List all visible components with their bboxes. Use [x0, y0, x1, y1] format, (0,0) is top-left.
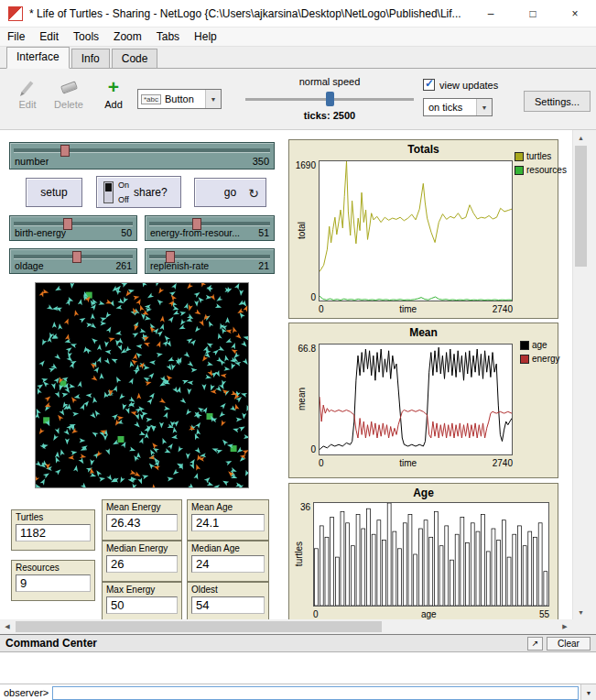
- turtle: [97, 344, 103, 350]
- go-button[interactable]: go ↻: [194, 178, 266, 207]
- scroll-up-arrow[interactable]: ▲: [573, 130, 589, 145]
- view-updates-checkbox[interactable]: ✓ view updates: [423, 79, 498, 91]
- turtle: [207, 481, 214, 487]
- turtle: [40, 339, 47, 346]
- plot-series-turtles: [320, 161, 512, 272]
- slider-energy-from-resource[interactable]: energy-from-resour... 51: [145, 215, 275, 241]
- menu-item-tabs[interactable]: Tabs: [149, 27, 187, 46]
- slider-birth-energy[interactable]: birth-energy 50: [9, 215, 137, 241]
- turtle: [225, 328, 232, 334]
- switch-track[interactable]: [103, 181, 114, 203]
- slider-handle[interactable]: [72, 251, 81, 263]
- turtle: [159, 422, 164, 429]
- update-mode-dropdown[interactable]: on ticks ▼: [423, 98, 493, 116]
- view-updates-label: view updates: [439, 80, 498, 91]
- turtle: [163, 411, 169, 419]
- histogram-bar: [367, 509, 371, 606]
- menu-item-edit[interactable]: Edit: [32, 27, 66, 46]
- scroll-down-arrow[interactable]: ▼: [573, 605, 589, 619]
- switch-knob[interactable]: [105, 183, 112, 191]
- legend-item-energy: energy: [520, 354, 560, 364]
- turtle: [146, 293, 154, 301]
- settings-button[interactable]: Settings...: [524, 91, 591, 112]
- x-axis-label: time: [399, 304, 417, 314]
- turtle: [234, 283, 242, 290]
- turtle: [56, 413, 63, 421]
- slider-oldage[interactable]: oldage 261: [9, 248, 137, 274]
- turtle: [168, 423, 175, 430]
- histogram-bar: [492, 529, 495, 606]
- turtle: [202, 406, 210, 413]
- slider-number[interactable]: number 350: [9, 142, 275, 170]
- speed-slider-thumb[interactable]: [326, 92, 334, 106]
- histogram-bar: [466, 543, 470, 606]
- slider-handle[interactable]: [60, 145, 70, 157]
- turtle: [213, 483, 221, 487]
- widget-type-dropdown[interactable]: *abc Button ▼: [137, 89, 222, 109]
- menu-item-help[interactable]: Help: [187, 27, 224, 46]
- minimize-button[interactable]: –: [470, 0, 512, 27]
- tab-info[interactable]: Info: [71, 49, 110, 68]
- turtle: [193, 432, 200, 440]
- turtle: [70, 428, 78, 435]
- scroll-right-arrow[interactable]: ▶: [558, 619, 572, 634]
- turtle: [46, 466, 52, 471]
- turtle: [149, 360, 156, 366]
- setup-button[interactable]: setup: [26, 178, 82, 207]
- menu-item-zoom[interactable]: Zoom: [106, 27, 149, 46]
- turtle: [55, 391, 61, 399]
- delete-widget-button[interactable]: Delete: [49, 77, 88, 110]
- edit-widget-button[interactable]: Edit: [11, 77, 44, 110]
- turtle: [157, 352, 164, 357]
- turtle: [201, 384, 206, 390]
- checkbox-box[interactable]: ✓: [423, 79, 435, 91]
- agent-type-dropdown[interactable]: ▼: [580, 684, 596, 700]
- histogram-bar: [471, 523, 474, 606]
- speed-slider[interactable]: [245, 92, 414, 106]
- tab-interface[interactable]: Interface: [6, 47, 70, 69]
- chevron-down-icon[interactable]: ▼: [205, 90, 221, 108]
- turtle: [99, 373, 103, 379]
- resource-patch: [118, 436, 125, 443]
- turtle: [232, 427, 239, 433]
- turtle: [93, 366, 101, 373]
- histogram-bar: [507, 557, 511, 606]
- horizontal-scrollbar[interactable]: ◀ ▶: [0, 619, 572, 634]
- turtle: [118, 476, 125, 484]
- scroll-left-arrow[interactable]: ◀: [0, 619, 15, 634]
- chevron-down-icon[interactable]: ▼: [476, 99, 492, 115]
- turtle: [231, 326, 237, 334]
- clear-button[interactable]: Clear: [547, 637, 591, 651]
- close-button[interactable]: ×: [554, 0, 596, 27]
- turtle: [212, 348, 220, 355]
- turtle: [121, 283, 128, 288]
- monitor-median-energy: Median Energy 26: [102, 541, 182, 582]
- detach-icon[interactable]: ↗: [527, 637, 543, 651]
- command-input[interactable]: [52, 686, 579, 700]
- slider-replenish-rate[interactable]: replenish-rate 21: [145, 248, 275, 274]
- turtle: [225, 338, 233, 345]
- observer-prompt: observer>: [4, 687, 49, 698]
- vertical-scrollbar-thumb[interactable]: [575, 146, 587, 267]
- maximize-button[interactable]: □: [512, 0, 554, 27]
- turtle: [91, 375, 98, 382]
- vertical-scrollbar[interactable]: ▲ ▼: [572, 130, 588, 619]
- turtle: [41, 379, 49, 387]
- turtle: [159, 398, 167, 405]
- histogram-bar: [502, 520, 505, 606]
- menu-item-tools[interactable]: Tools: [66, 27, 106, 46]
- turtle: [66, 345, 73, 353]
- turtle: [219, 420, 225, 427]
- turtle: [199, 283, 206, 287]
- horizontal-scrollbar-thumb[interactable]: [16, 621, 382, 632]
- turtle: [241, 341, 248, 348]
- plot-series-resources: [320, 296, 512, 300]
- menu-item-file[interactable]: File: [0, 27, 32, 46]
- turtle: [179, 398, 187, 405]
- add-widget-button[interactable]: + Add: [97, 77, 130, 110]
- turtle: [105, 448, 112, 455]
- switch-state-labels: On Off: [118, 180, 129, 204]
- share-switch[interactable]: On Off share?: [96, 176, 181, 208]
- turtle: [118, 393, 125, 400]
- tab-code[interactable]: Code: [112, 49, 158, 68]
